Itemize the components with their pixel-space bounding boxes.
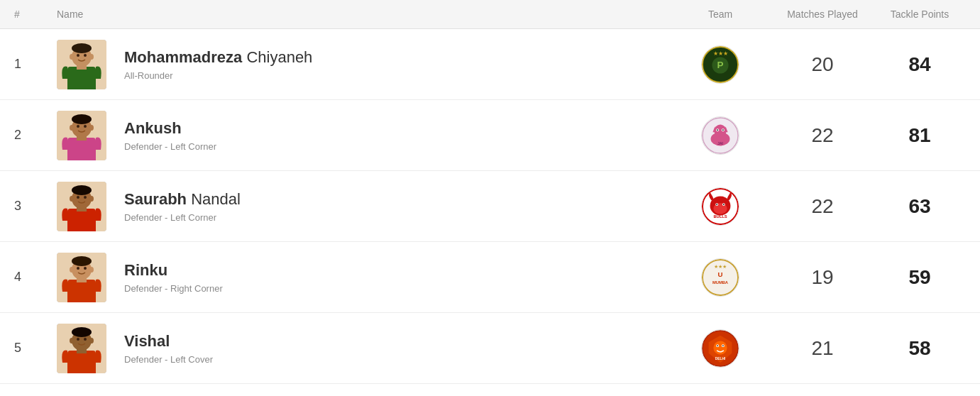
svg-point-40 <box>89 196 94 202</box>
svg-point-21 <box>89 125 94 131</box>
svg-rect-1 <box>67 67 96 89</box>
svg-point-8 <box>89 54 94 60</box>
player-rank: 2 <box>14 128 57 143</box>
svg-point-53 <box>72 256 92 266</box>
leaderboard-table: # Name Team Matches Played Tackle Points… <box>0 0 980 384</box>
player-info: Vishal Defender - Left Cover <box>124 331 669 365</box>
team-logo: DELHI <box>701 329 739 368</box>
player-rank: 3 <box>14 199 57 214</box>
team-logo: JAI <box>701 116 739 155</box>
svg-point-57 <box>89 267 94 273</box>
svg-point-73 <box>713 341 727 354</box>
player-matches: 19 <box>771 266 874 289</box>
svg-point-39 <box>70 196 74 202</box>
player-first-name: Ankush <box>124 119 182 137</box>
player-team: ★★★ P <box>669 45 771 84</box>
svg-point-30 <box>722 129 724 131</box>
svg-rect-50 <box>67 280 96 302</box>
player-avatar <box>57 40 110 89</box>
svg-text:U: U <box>718 270 723 278</box>
svg-text:P: P <box>717 59 724 70</box>
player-team: JAI <box>669 116 771 155</box>
player-points: 59 <box>874 266 966 289</box>
player-position: Defender - Left Cover <box>124 354 669 365</box>
player-rank: 1 <box>14 57 57 72</box>
svg-point-18 <box>77 125 79 128</box>
player-points: 84 <box>874 53 966 76</box>
svg-point-17 <box>72 114 92 124</box>
player-name: Rinku <box>124 260 669 281</box>
player-points: 58 <box>874 337 966 360</box>
svg-point-55 <box>84 267 87 270</box>
player-info: Mohammadreza Chiyaneh All-Rounder <box>124 48 669 81</box>
player-info: Saurabh Nandal Defender - Left Corner <box>124 189 669 223</box>
player-avatar <box>57 253 110 302</box>
table-row: 2 Ankush Defender - Left Corner <box>0 100 980 171</box>
team-logo: ★★★ P <box>701 45 739 84</box>
player-position: Defender - Left Corner <box>124 141 669 152</box>
svg-point-67 <box>77 338 79 341</box>
svg-point-4 <box>72 43 92 53</box>
player-rank: 5 <box>14 341 57 356</box>
team-logo: BULLS <box>701 187 739 226</box>
player-avatar <box>57 111 110 160</box>
player-points: 81 <box>874 124 966 147</box>
svg-point-37 <box>77 196 79 199</box>
svg-point-70 <box>89 338 94 343</box>
player-position: Defender - Left Corner <box>124 212 669 223</box>
player-team: ★★★ U MUMBA <box>669 258 771 297</box>
player-matches: 22 <box>771 195 874 218</box>
header-matches: Matches Played <box>771 9 874 20</box>
player-name: Ankush <box>124 119 669 139</box>
table-row: 1 Mohammadreza Chiyaneh All-Rounder <box>0 29 980 100</box>
header-rank: # <box>14 9 57 20</box>
table-header: # Name Team Matches Played Tackle Points <box>0 0 980 29</box>
header-team: Team <box>669 9 771 20</box>
player-info: Rinku Defender - Right Corner <box>124 260 669 294</box>
svg-rect-33 <box>67 209 96 231</box>
svg-text:MUMBA: MUMBA <box>712 280 729 284</box>
table-row: 3 Saurabh Nandal Defender - Left Corner <box>0 171 980 242</box>
svg-text:DELHI: DELHI <box>715 357 726 361</box>
player-team: DELHI <box>669 329 771 368</box>
table-row: 4 Rinku Defender - Right Corner <box>0 242 980 313</box>
player-first-name: Mohammadreza <box>124 48 242 66</box>
table-row: 5 Vishal Defender - Left Cover <box>0 313 980 384</box>
svg-point-69 <box>70 338 74 343</box>
svg-point-76 <box>717 345 718 346</box>
svg-text:★★★: ★★★ <box>714 264 727 269</box>
svg-rect-14 <box>67 138 96 160</box>
player-matches: 21 <box>771 337 874 360</box>
player-last-name: Chiyaneh <box>246 48 312 66</box>
svg-point-38 <box>84 196 87 199</box>
player-name: Saurabh Nandal <box>124 189 669 210</box>
player-points: 63 <box>874 195 966 218</box>
player-position: Defender - Right Corner <box>124 283 669 294</box>
svg-rect-63 <box>67 351 96 373</box>
svg-point-6 <box>84 54 87 57</box>
player-last-name: Nandal <box>191 190 241 208</box>
player-position: All-Rounder <box>124 70 669 81</box>
header-points: Tackle Points <box>874 9 966 20</box>
svg-point-68 <box>84 338 87 341</box>
table-body: 1 Mohammadreza Chiyaneh All-Rounder <box>0 29 980 384</box>
player-name: Mohammadreza Chiyaneh <box>124 48 669 68</box>
svg-text:★★★: ★★★ <box>713 50 728 57</box>
player-avatar <box>57 324 110 373</box>
team-logo: ★★★ U MUMBA <box>701 258 739 297</box>
player-matches: 22 <box>771 124 874 147</box>
player-avatar <box>57 182 110 231</box>
svg-point-54 <box>77 267 79 270</box>
svg-point-66 <box>72 327 92 337</box>
svg-text:JAI: JAI <box>717 141 723 145</box>
player-first-name: Rinku <box>124 261 167 279</box>
svg-point-77 <box>722 345 724 346</box>
player-name: Vishal <box>124 331 669 352</box>
player-rank: 4 <box>14 270 57 285</box>
svg-point-29 <box>717 129 718 131</box>
svg-point-7 <box>70 54 74 60</box>
svg-point-20 <box>70 125 74 131</box>
svg-point-47 <box>723 204 725 205</box>
player-first-name: Vishal <box>124 332 170 350</box>
svg-point-19 <box>84 125 87 128</box>
